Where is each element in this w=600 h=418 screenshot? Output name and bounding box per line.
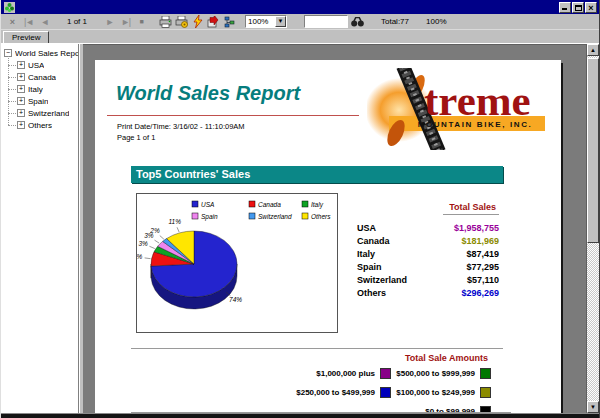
totals-header: Total Sales [443,202,499,215]
expand-toggle-icon[interactable]: + [17,121,25,129]
tree-item-others[interactable]: + Others [1,119,78,131]
printer-setup-icon [175,16,188,28]
next-page-button[interactable]: ► [103,15,116,28]
table-row: Italy $87,419 [357,247,499,260]
maximize-icon [575,5,582,11]
svg-text:Others: Others [311,213,331,220]
totals-table: Total Sales USA $1,958,755 Canada $181,9… [357,196,499,299]
tree-children: + USA + Canada + Italy + Spain + Switz [1,59,78,131]
print-setup-button[interactable] [175,15,188,28]
svg-text:Spain: Spain [201,213,218,221]
amount-legend: Total Sale Amounts $1,000,000 plus $500,… [131,353,511,413]
maximize-button[interactable] [572,2,584,13]
tree-item-italy[interactable]: + Italy [1,83,78,95]
expand-toggle-icon[interactable]: + [17,61,25,69]
export-icon [207,16,220,28]
svg-text:Switzerland: Switzerland [258,213,292,220]
app-icon [4,2,15,13]
svg-text:3%: 3% [139,240,149,247]
section-divider [131,348,503,349]
tree-item-switzerland[interactable]: + Switzerland [1,107,78,119]
binoculars-icon [351,17,364,27]
loading-percent-label: 100% [426,17,446,26]
pie-chart-frame: 74%7%3%3%2%11%USACanadaItalySpainSwitzer… [136,193,338,333]
arrow-down-icon: ▼ [590,404,596,410]
previous-page-button[interactable]: ◄ [38,15,51,28]
section-banner: Top5 Countries' Sales [131,166,503,183]
svg-text:Canada: Canada [258,201,281,208]
first-page-button[interactable]: |◄ [22,15,35,28]
logo-subtitle-text: MOUNTAIN BIKE, INC. [418,120,533,129]
tree-root-label: World Sales Report [15,49,78,58]
expand-toggle-icon[interactable]: + [17,109,25,117]
search-input[interactable] [304,15,348,28]
color-swatch [480,387,491,398]
close-view-button[interactable]: × [6,15,19,28]
scrollbar-thumb[interactable] [587,58,599,243]
export-button[interactable] [207,15,220,28]
report-preview-pane: World Sales Report Print Date/Time: 3/16… [83,44,586,413]
tree-item-root[interactable]: − World Sales Report [1,47,78,59]
report-title: World Sales Report [116,82,300,105]
svg-text:Italy: Italy [311,201,324,209]
close-button[interactable]: × [585,2,597,13]
crystal-reports-preview-window: × × |◄ ◄ 1 of 1 ► ►| ■ [0,0,600,418]
scroll-up-button[interactable]: ▲ [587,44,599,56]
tree-item-canada[interactable]: + Canada [1,71,78,83]
main-area: − World Sales Report + USA + Canada + It… [1,43,599,413]
legend-row: $250,000 to $499,999 $100,000 to $249,99… [131,383,511,401]
expand-toggle-icon[interactable]: + [17,97,25,105]
scroll-down-button[interactable]: ▼ [587,401,599,413]
preview-toolbar: × |◄ ◄ 1 of 1 ► ►| ■ [1,14,599,30]
expand-toggle-icon[interactable]: + [17,73,25,81]
last-page-icon: ►| [121,17,130,27]
minimize-button[interactable] [559,2,571,13]
last-page-button[interactable]: ►| [119,15,132,28]
vertical-scrollbar[interactable]: ▲ ▼ [586,44,599,413]
page-indicator: 1 of 1 [60,17,94,26]
table-row: Canada $181,969 [357,234,499,247]
svg-text:74%: 74% [229,296,242,303]
logo-brand-text: treme [424,77,531,124]
window-bottom-edge [1,413,599,418]
stop-loading-button[interactable]: ■ [135,15,148,28]
refresh-button[interactable] [191,15,204,28]
search-button[interactable] [351,15,364,28]
tree-item-usa[interactable]: + USA [1,59,78,71]
table-row: USA $1,958,755 [357,221,499,234]
xtreme-logo: treme MOUNTAIN BIKE, INC. [367,68,547,150]
tree-item-spain[interactable]: + Spain [1,95,78,107]
first-page-icon: |◄ [24,17,33,27]
page-number-label: Page 1 of 1 [117,133,155,142]
printer-icon [159,16,172,28]
table-row: Others $296,269 [357,286,499,299]
toggle-group-tree-button[interactable] [223,15,236,28]
color-swatch [380,368,391,379]
close-icon: × [588,3,593,13]
lightning-icon [193,15,203,28]
scrollbar-track[interactable] [587,243,599,401]
report-page: World Sales Report Print Date/Time: 3/16… [95,60,561,413]
section-divider [131,412,511,413]
legend-row: $1,000,000 plus $500,000 to $999,999 [131,364,511,382]
svg-text:11%: 11% [168,218,181,225]
arrow-up-icon: ▲ [590,47,596,53]
pie-chart-svg: 74%7%3%3%2%11%USACanadaItalySpainSwitzer… [137,194,337,332]
tab-preview[interactable]: Preview [3,31,49,43]
color-swatch [380,387,391,398]
group-tree-panel: − World Sales Report + USA + Canada + It… [1,44,79,413]
next-page-icon: ► [106,17,114,27]
amount-legend-header: Total Sale Amounts [131,353,488,363]
minimize-icon [562,8,567,10]
print-button[interactable] [159,15,172,28]
color-swatch [480,368,491,379]
group-tree-icon [224,16,236,28]
zoom-combobox[interactable]: 100% ▼ [245,15,287,28]
zoom-dropdown-button[interactable]: ▼ [275,16,286,27]
close-view-icon: × [10,17,15,27]
previous-page-icon: ◄ [41,17,49,27]
expand-toggle-icon[interactable]: + [17,85,25,93]
table-row: Spain $77,295 [357,260,499,273]
title-underline [107,115,359,116]
svg-text:7%: 7% [137,253,143,260]
